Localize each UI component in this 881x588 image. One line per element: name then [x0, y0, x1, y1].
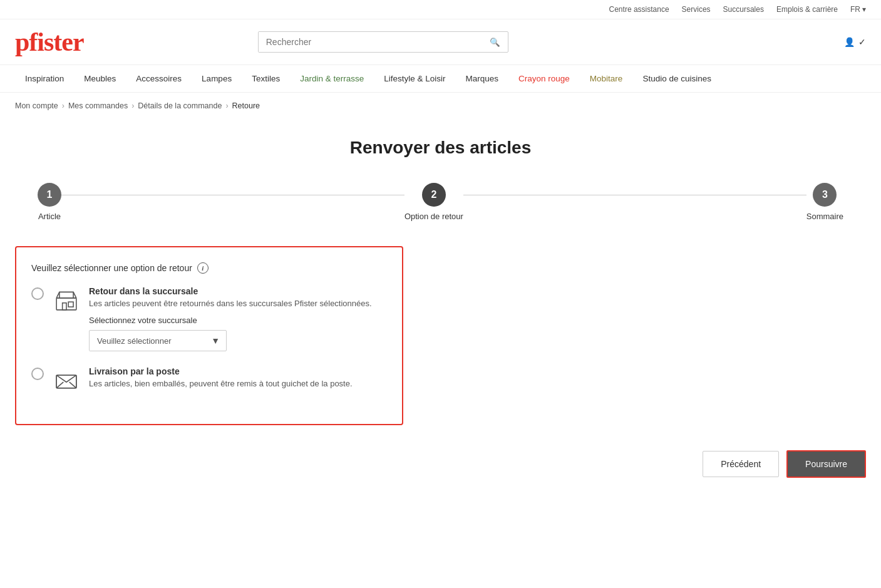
breadcrumb-mon-compte[interactable]: Mon compte — [15, 101, 58, 110]
step-1: 1 Article — [38, 183, 61, 221]
utility-bar: Centre assistance Services Succursales E… — [0, 0, 881, 19]
breadcrumb-sep-1: › — [62, 101, 64, 110]
nav-lampes[interactable]: Lampes — [192, 65, 242, 92]
radio-post[interactable] — [31, 368, 44, 380]
dropdown-succursale[interactable]: Veuillez sélectionner — [90, 331, 205, 351]
option-store-content: Retour dans la succursale Les articles p… — [89, 286, 387, 351]
utility-link-succursales[interactable]: Succursales — [723, 5, 764, 14]
option-post-title: Livraison par la poste — [89, 366, 387, 376]
search-button[interactable]: 🔍 — [482, 33, 508, 52]
lang-selector[interactable]: FR ▾ — [850, 5, 866, 14]
option-store-title: Retour dans la succursale — [89, 286, 387, 296]
breadcrumb: Mon compte › Mes commandes › Détails de … — [0, 93, 881, 119]
nav-lifestyle[interactable]: Lifestyle & Loisir — [374, 65, 455, 92]
option-post-content: Livraison par la poste Les articles, bie… — [89, 366, 387, 388]
dropdown-succursale-wrapper: Veuillez sélectionner ▼ — [89, 330, 227, 351]
breadcrumb-details[interactable]: Détails de la commande — [138, 101, 222, 110]
nav-accessoires[interactable]: Accessoires — [126, 65, 192, 92]
footer-buttons: Précédent Poursuivre — [0, 425, 881, 493]
step-line-2 — [463, 195, 806, 195]
breadcrumb-sep-3: › — [225, 101, 228, 110]
utility-link-assistance[interactable]: Centre assistance — [609, 5, 669, 14]
breadcrumb-sep-2: › — [131, 101, 134, 110]
sub-label-succursale: Sélectionnez votre succursale — [89, 316, 387, 325]
utility-link-services[interactable]: Services — [682, 5, 711, 14]
nav-meubles[interactable]: Meubles — [74, 65, 126, 92]
utility-link-emplois[interactable]: Emplois & carrière — [776, 5, 838, 14]
search-icon: 🔍 — [490, 38, 500, 47]
nav-inspiration[interactable]: Inspiration — [15, 65, 74, 92]
step-2: 2 Option de retour — [404, 183, 463, 221]
step-1-circle: 1 — [38, 183, 61, 207]
box-title-text: Veuillez sélectionner une option de reto… — [31, 263, 192, 273]
post-icon — [53, 366, 80, 394]
main-nav: Inspiration Meubles Accessoires Lampes T… — [0, 65, 881, 93]
step-2-circle: 2 — [422, 183, 446, 207]
breadcrumb-mes-commandes[interactable]: Mes commandes — [68, 101, 128, 110]
store-icon — [53, 286, 80, 314]
option-post-row: Livraison par la poste Les articles, bie… — [31, 366, 387, 394]
step-3: 3 Sommaire — [806, 183, 843, 221]
chevron-down-icon: ▾ — [862, 5, 866, 14]
next-button[interactable]: Poursuivre — [786, 450, 866, 478]
step-line-1 — [61, 195, 404, 195]
dropdown-arrow-icon: ▼ — [205, 331, 226, 351]
option-store-desc: Les articles peuvent être retournés dans… — [89, 299, 387, 308]
svg-rect-2 — [63, 303, 66, 310]
nav-textiles[interactable]: Textiles — [242, 65, 290, 92]
nav-crayon-rouge[interactable]: Crayon rouge — [508, 65, 580, 92]
nav-mobitare[interactable]: Mobitare — [580, 65, 633, 92]
svg-rect-3 — [68, 302, 73, 307]
account-icon: 👤 — [844, 37, 855, 47]
steps-indicator: 1 Article 2 Option de retour 3 Sommaire — [0, 183, 881, 221]
search-input[interactable] — [259, 32, 482, 52]
option-post-desc: Les articles, bien emballés, peuvent êtr… — [89, 379, 387, 388]
account-chevron-icon: ✓ — [858, 37, 866, 47]
page-title: Renvoyer des articles — [0, 138, 881, 158]
step-3-circle: 3 — [813, 183, 837, 207]
account-area[interactable]: 👤 ✓ — [844, 37, 866, 47]
nav-studio[interactable]: Studio de cuisines — [632, 65, 721, 92]
box-title: Veuillez sélectionner une option de reto… — [31, 262, 387, 274]
step-3-label: Sommaire — [806, 212, 843, 221]
breadcrumb-current: Retoure — [232, 101, 260, 110]
nav-marques[interactable]: Marques — [456, 65, 509, 92]
previous-button[interactable]: Précédent — [703, 451, 779, 477]
header: pfister 🔍 👤 ✓ — [0, 19, 881, 65]
nav-jardin[interactable]: Jardin & terrasse — [290, 65, 374, 92]
return-options-box: Veuillez sélectionner une option de reto… — [15, 246, 403, 425]
step-2-label: Option de retour — [404, 212, 463, 221]
logo[interactable]: pfister — [15, 27, 84, 57]
lang-label: FR — [850, 5, 860, 14]
radio-store[interactable] — [31, 287, 44, 300]
search-bar: 🔍 — [258, 31, 508, 53]
option-store-row: Retour dans la succursale Les articles p… — [31, 286, 387, 351]
info-icon[interactable]: i — [197, 262, 209, 274]
step-1-label: Article — [38, 212, 61, 221]
